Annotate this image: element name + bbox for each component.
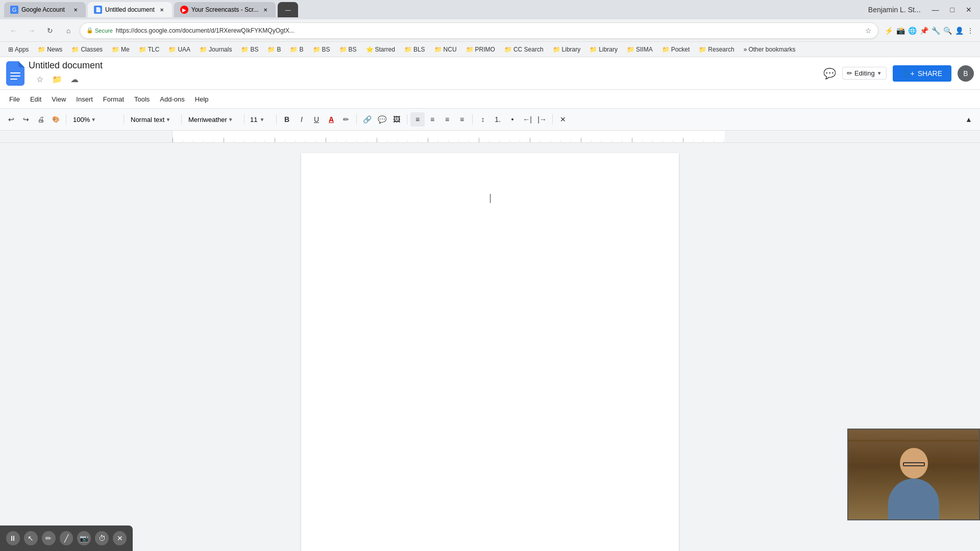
- url-bar[interactable]: 🔒 Secure https://docs.google.com/documen…: [80, 22, 878, 39]
- print-button[interactable]: 🖨: [34, 112, 48, 127]
- link-button[interactable]: 🔗: [360, 112, 374, 127]
- bookmark-library1[interactable]: 📁 Library: [549, 44, 585, 55]
- screencast-video-button[interactable]: 📷: [77, 531, 91, 545]
- bookmark-news[interactable]: 📁 News: [34, 44, 66, 55]
- bookmark-siima[interactable]: 📁 SIIMA: [623, 44, 657, 55]
- bookmark-pocket[interactable]: 📁 Pocket: [658, 44, 694, 55]
- maximize-button[interactable]: □: [946, 5, 959, 15]
- bookmark-uaa[interactable]: 📁 UAA: [164, 44, 194, 55]
- bookmark-other[interactable]: » Other bookmarks: [740, 44, 800, 55]
- search-icon[interactable]: 🔍: [943, 27, 952, 35]
- font-size-selector[interactable]: 11 ▼: [248, 112, 273, 127]
- tab-close-screencasts[interactable]: ✕: [261, 6, 270, 14]
- bookmark-tlc[interactable]: 📁 TLC: [135, 44, 164, 55]
- screencast-pause-button[interactable]: ⏸: [6, 531, 20, 545]
- numbered-list-button[interactable]: 1.: [491, 112, 505, 127]
- more-icon[interactable]: ⋮: [967, 27, 974, 35]
- italic-button[interactable]: I: [295, 112, 309, 127]
- minimize-button[interactable]: —: [928, 5, 943, 15]
- align-center-button[interactable]: ≡: [425, 112, 439, 127]
- align-right-button[interactable]: ≡: [440, 112, 454, 127]
- docs-logo[interactable]: [6, 61, 24, 86]
- bullet-list-button[interactable]: •: [505, 112, 520, 127]
- screencast-timer-button[interactable]: ⏱: [95, 531, 109, 545]
- editing-mode-badge[interactable]: ✏ Editing ▼: [842, 67, 887, 80]
- text-color-button[interactable]: A: [324, 112, 338, 127]
- ruler-main[interactable]: [173, 131, 725, 142]
- bookmark-journals[interactable]: 📁 Journals: [195, 44, 236, 55]
- bookmark-primo[interactable]: 📁 PRIMO: [462, 44, 499, 55]
- undo-button[interactable]: ↩: [4, 112, 18, 127]
- refresh-button[interactable]: ↻: [43, 23, 57, 38]
- insert-comment-button[interactable]: 💬: [375, 112, 389, 127]
- bookmark-star-icon[interactable]: ☆: [865, 27, 872, 35]
- document-area[interactable]: [0, 143, 980, 551]
- extension-icon-3[interactable]: 🌐: [908, 27, 917, 35]
- line-spacing-button[interactable]: ↕: [476, 112, 490, 127]
- extension-icon-5[interactable]: 🔧: [932, 27, 940, 35]
- bookmark-bs5[interactable]: 📁 BS: [335, 44, 361, 55]
- screencast-close-button[interactable]: ✕: [113, 531, 127, 545]
- back-button[interactable]: ←: [6, 23, 20, 38]
- screencast-line-button[interactable]: ╱: [60, 531, 74, 545]
- move-to-folder-icon[interactable]: 📁: [50, 72, 64, 86]
- bookmark-bs4[interactable]: 📁 BS: [309, 44, 334, 55]
- comment-button[interactable]: 💬: [823, 67, 836, 80]
- tab-close-google[interactable]: ✕: [71, 6, 80, 14]
- tab-screencasts[interactable]: ▶ Your Screencasts - Scr... ✕: [174, 2, 276, 17]
- bookmark-classes[interactable]: 📁 Classes: [67, 44, 107, 55]
- style-selector[interactable]: Normal text ▼: [127, 112, 178, 127]
- clear-formatting-button[interactable]: ✕: [556, 112, 570, 127]
- user-avatar[interactable]: B: [958, 65, 974, 82]
- extension-icon-4[interactable]: 📌: [920, 27, 928, 35]
- menu-format[interactable]: Format: [98, 93, 129, 105]
- redo-button[interactable]: ↪: [19, 112, 33, 127]
- menu-tools[interactable]: Tools: [129, 93, 155, 105]
- bookmark-me[interactable]: 📁 Me: [108, 44, 134, 55]
- highlight-button[interactable]: ✏: [339, 112, 353, 127]
- docs-title[interactable]: Untitled document: [29, 60, 103, 71]
- forward-button[interactable]: →: [24, 23, 39, 38]
- bookmark-bs2[interactable]: 📁 B: [263, 44, 285, 55]
- bookmark-library2[interactable]: 📁 Library: [585, 44, 622, 55]
- increase-indent-button[interactable]: |→: [535, 112, 549, 127]
- menu-view[interactable]: View: [46, 93, 71, 105]
- cloud-save-icon[interactable]: ☁: [67, 72, 82, 86]
- decrease-indent-button[interactable]: ←|: [520, 112, 534, 127]
- collapse-toolbar-button[interactable]: ▲: [962, 112, 976, 127]
- bookmark-starred[interactable]: ⭐ Starred: [362, 44, 399, 55]
- screencast-pen-button[interactable]: ✏: [42, 531, 56, 545]
- align-left-button[interactable]: ≡: [410, 112, 425, 127]
- bookmark-bs1[interactable]: 📁 BS: [237, 44, 262, 55]
- tab-close-docs[interactable]: ✕: [158, 6, 166, 14]
- underline-button[interactable]: U: [309, 112, 324, 127]
- menu-file[interactable]: File: [4, 93, 25, 105]
- zoom-selector[interactable]: 100% ▼: [69, 112, 120, 127]
- image-button[interactable]: 🖼: [389, 112, 404, 127]
- bookmark-cc-search[interactable]: 📁 CC Search: [500, 44, 548, 55]
- extension-icon-1[interactable]: ⚡: [885, 27, 893, 35]
- screencast-pointer-button[interactable]: ↖: [24, 531, 38, 545]
- menu-help[interactable]: Help: [190, 93, 214, 105]
- align-justify-button[interactable]: ≡: [455, 112, 469, 127]
- bookmark-bs3[interactable]: 📁 B: [286, 44, 307, 55]
- menu-insert[interactable]: Insert: [71, 93, 98, 105]
- profile-icon[interactable]: 👤: [955, 27, 964, 35]
- extension-icon-2[interactable]: 📸: [896, 27, 905, 35]
- font-selector[interactable]: Merriweather ▼: [185, 112, 241, 127]
- menu-edit[interactable]: Edit: [25, 93, 46, 105]
- paint-format-button[interactable]: 🎨: [48, 112, 63, 127]
- bookmark-bls[interactable]: 📁 BLS: [400, 44, 429, 55]
- home-button[interactable]: ⌂: [61, 23, 76, 38]
- tab-untitled-doc[interactable]: 📄 Untitled document ✕: [88, 2, 172, 17]
- tab-google-account[interactable]: G Google Account ✕: [4, 2, 86, 17]
- bookmark-research[interactable]: 📁 Research: [695, 44, 738, 55]
- menu-addons[interactable]: Add-ons: [155, 93, 189, 105]
- starred-doc-icon[interactable]: ☆: [33, 72, 47, 86]
- bookmark-apps[interactable]: ⊞ Apps: [4, 44, 33, 55]
- share-button[interactable]: 👤+ SHARE: [893, 65, 951, 82]
- close-button[interactable]: ✕: [962, 5, 976, 15]
- bookmark-ncu[interactable]: 📁 NCU: [430, 44, 461, 55]
- user-profile-label[interactable]: Benjamin L. St...: [864, 5, 925, 15]
- bold-button[interactable]: B: [280, 112, 294, 127]
